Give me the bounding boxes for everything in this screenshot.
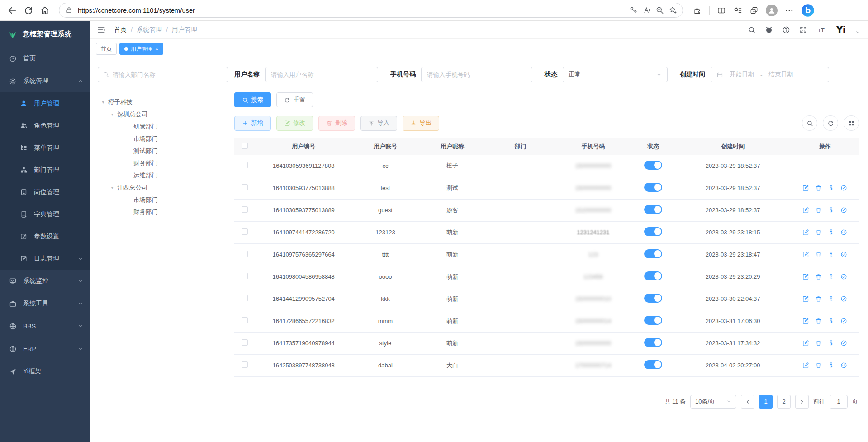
reset-password-key-icon[interactable] (828, 318, 835, 324)
edit-icon[interactable] (802, 340, 809, 347)
delete-icon[interactable] (815, 185, 822, 191)
row-checkbox[interactable] (242, 339, 248, 346)
delete-icon[interactable] (815, 362, 822, 369)
edit-icon[interactable] (802, 295, 809, 302)
edit-icon[interactable] (802, 362, 809, 369)
status-select[interactable]: 正常 (563, 67, 668, 82)
search-circle-button[interactable] (802, 115, 817, 131)
edit-icon[interactable] (802, 229, 809, 236)
edit-button[interactable]: 修改 (276, 116, 313, 131)
edit-icon[interactable] (802, 318, 809, 324)
tree-node[interactable]: 市场部门 (98, 194, 228, 206)
sidebar-item-dict-mgmt[interactable]: 字典管理 (0, 203, 90, 225)
bing-copilot-icon[interactable] (801, 4, 815, 17)
github-icon[interactable] (765, 26, 773, 34)
columns-grid-button[interactable] (844, 115, 859, 131)
password-key-icon[interactable] (629, 6, 638, 14)
phone-input[interactable] (421, 67, 532, 82)
status-toggle[interactable] (644, 161, 662, 170)
page-size-select[interactable]: 10条/页 (690, 395, 736, 409)
page-button-2[interactable]: 2 (777, 395, 791, 409)
sidebar-item-home[interactable]: 首页 (0, 47, 90, 70)
status-toggle[interactable] (644, 249, 662, 258)
row-checkbox[interactable] (242, 295, 248, 301)
select-all-checkbox[interactable] (242, 143, 248, 149)
delete-icon[interactable] (815, 229, 822, 236)
delete-icon[interactable] (815, 340, 822, 347)
caret-down-icon[interactable]: ▾ (109, 112, 115, 117)
font-size-icon[interactable] (816, 26, 827, 34)
reset-password-key-icon[interactable] (828, 207, 835, 214)
caret-down-icon[interactable]: ▾ (100, 100, 106, 105)
refresh-icon[interactable] (24, 5, 33, 15)
more-menu-icon[interactable] (785, 6, 794, 15)
sidebar-item-log-mgmt[interactable]: 日志管理 (0, 247, 90, 270)
sidebar-collapse-icon[interactable] (97, 25, 106, 34)
profile-avatar[interactable] (766, 5, 778, 16)
assign-check-icon[interactable] (840, 318, 847, 324)
search-button[interactable]: 搜索 (234, 92, 271, 107)
sidebar-item-system[interactable]: 系统管理 (0, 70, 90, 92)
status-toggle[interactable] (644, 294, 662, 303)
row-checkbox[interactable] (242, 206, 248, 213)
sidebar-item-role-mgmt[interactable]: 角色管理 (0, 114, 90, 137)
sidebar-item-post-mgmt[interactable]: 岗位管理 (0, 181, 90, 203)
edit-icon[interactable] (802, 273, 809, 280)
edit-icon[interactable] (802, 207, 809, 214)
status-toggle[interactable] (644, 271, 662, 280)
reset-password-key-icon[interactable] (828, 229, 835, 236)
username-input[interactable] (265, 67, 378, 82)
prev-page-button[interactable] (741, 395, 754, 409)
row-checkbox[interactable] (242, 273, 248, 279)
tree-node[interactable]: 研发部门 (98, 120, 228, 133)
export-button[interactable]: 导出 (403, 116, 439, 131)
row-checkbox[interactable] (242, 162, 248, 168)
split-screen-icon[interactable] (717, 6, 726, 15)
import-button[interactable]: 导入 (360, 116, 397, 131)
sidebar-item-user-mgmt[interactable]: 用户管理 (0, 92, 90, 114)
sidebar-item-bbs[interactable]: BBS (0, 315, 90, 337)
favorite-add-icon[interactable] (669, 6, 677, 14)
reset-password-key-icon[interactable] (828, 273, 835, 280)
sidebar-item-erp[interactable]: ERP (0, 337, 90, 360)
assign-check-icon[interactable] (840, 251, 847, 258)
read-aloud-icon[interactable] (642, 6, 651, 14)
address-bar[interactable]: https://ccnetcore.com:1101/system/user (59, 3, 683, 18)
row-checkbox[interactable] (242, 228, 248, 235)
reset-password-key-icon[interactable] (828, 362, 835, 369)
tab-user-mgmt[interactable]: 用户管理 × (119, 43, 163, 55)
edit-icon[interactable] (802, 185, 809, 191)
assign-check-icon[interactable] (840, 362, 847, 369)
reset-password-key-icon[interactable] (828, 295, 835, 302)
assign-check-icon[interactable] (840, 340, 847, 347)
close-icon[interactable]: × (155, 46, 158, 52)
app-logo[interactable]: 意框架管理系统 (0, 21, 90, 47)
user-menu-logo[interactable]: Yi (836, 24, 845, 35)
extensions-icon[interactable] (693, 6, 702, 15)
tree-node[interactable]: ▾ 橙子科技 (98, 96, 228, 108)
sidebar-item-yi-framework[interactable]: Yi框架 (0, 360, 90, 383)
status-toggle[interactable] (644, 338, 662, 347)
back-icon[interactable] (7, 5, 17, 15)
tree-node[interactable]: 市场部门 (98, 133, 228, 145)
delete-icon[interactable] (815, 273, 822, 280)
row-checkbox[interactable] (242, 361, 248, 368)
sidebar-item-param-settings[interactable]: 参数设置 (0, 225, 90, 247)
assign-check-icon[interactable] (840, 185, 847, 191)
zoom-out-icon[interactable] (655, 6, 664, 14)
tree-node[interactable]: 运维部门 (98, 169, 228, 181)
assign-check-icon[interactable] (840, 273, 847, 280)
delete-icon[interactable] (815, 295, 822, 302)
sidebar-item-monitor[interactable]: 系统监控 (0, 270, 90, 292)
tree-node[interactable]: 财务部门 (98, 157, 228, 169)
row-checkbox[interactable] (242, 251, 248, 257)
row-checkbox[interactable] (242, 184, 248, 190)
breadcrumb-system[interactable]: 系统管理 (137, 26, 162, 34)
home-icon[interactable] (40, 5, 50, 15)
tree-node[interactable]: 测试部门 (98, 145, 228, 157)
tree-node[interactable]: ▾ 深圳总公司 (98, 108, 228, 120)
breadcrumb-home[interactable]: 首页 (114, 26, 127, 34)
add-button[interactable]: 新增 (234, 116, 271, 131)
delete-icon[interactable] (815, 251, 822, 258)
refresh-circle-button[interactable] (823, 115, 838, 131)
